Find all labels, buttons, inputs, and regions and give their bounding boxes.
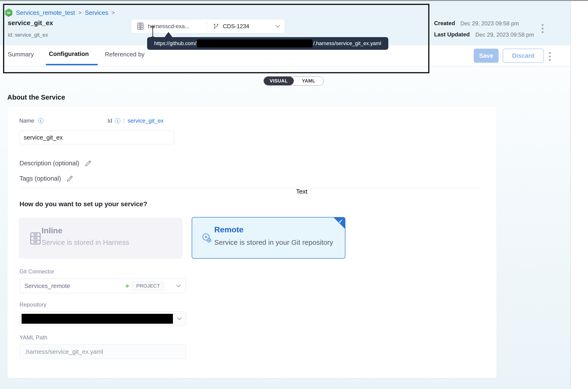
branch-segment[interactable]: CDS-1234 xyxy=(207,19,285,33)
kebab-dot xyxy=(549,56,551,57)
visual-yaml-toggle: VISUAL YAML xyxy=(263,76,324,86)
text-cursor xyxy=(150,26,155,37)
tooltip-url-prefix: https://github.com/ xyxy=(154,40,196,46)
section-title: About the Service xyxy=(7,94,65,101)
toggle-visual[interactable]: VISUAL xyxy=(264,77,294,85)
tags-label: Tags (optional) xyxy=(20,175,61,182)
remote-title: Remote xyxy=(214,225,244,234)
name-input[interactable] xyxy=(19,130,174,144)
repository-select[interactable] xyxy=(20,312,186,326)
kebab-dot xyxy=(542,31,543,33)
inline-card[interactable] xyxy=(19,218,183,259)
tab-summary[interactable]: Summary xyxy=(8,51,34,58)
setup-question: How do you want to set up your service? xyxy=(20,200,147,208)
chevron-down-icon[interactable] xyxy=(276,25,280,28)
save-button[interactable]: Save xyxy=(474,49,499,63)
inline-title: Inline xyxy=(42,226,62,235)
chevron-down-icon[interactable] xyxy=(176,285,181,287)
kebab-dot xyxy=(542,28,543,29)
git-connector-label: Git Connector xyxy=(20,268,54,275)
branch-name: CDS-1234 xyxy=(223,23,249,30)
description-label: Description (optional) xyxy=(20,160,79,167)
kebab-dot xyxy=(549,52,551,54)
screen: ∞ Services_remote_test > Services > serv… xyxy=(0,0,588,389)
tab-referenced-by[interactable]: Referenced by xyxy=(105,51,144,58)
inline-storage-icon xyxy=(30,232,41,245)
breadcrumb-services-link[interactable]: Services xyxy=(85,9,108,16)
service-hexagon-icon: ∞ xyxy=(5,8,13,17)
page-title: service_git_ex xyxy=(8,19,53,27)
id-row: Id i : service_git_ex xyxy=(108,117,164,124)
breadcrumb-separator: > xyxy=(112,9,115,16)
inline-subtitle: Service is stored in Harness xyxy=(42,238,129,246)
id-value-link[interactable]: service_git_ex xyxy=(128,117,164,124)
form-divider xyxy=(21,188,482,188)
git-branch-icon xyxy=(213,23,219,29)
infinity-glyph: ∞ xyxy=(7,10,11,15)
discard-button[interactable]: Discard xyxy=(503,49,544,63)
name-label: Name xyxy=(19,117,34,124)
breadcrumb-separator: > xyxy=(78,9,82,16)
toggle-yaml[interactable]: YAML xyxy=(294,77,324,85)
id-label: Id xyxy=(108,117,112,124)
tab-configuration[interactable]: Configuration xyxy=(49,50,89,58)
created-value: Dec 29, 2023 09:58 pm xyxy=(460,20,519,27)
description-row: Description (optional) xyxy=(20,160,91,167)
repo-segment[interactable]: harnesscd-exa... xyxy=(131,19,207,33)
tooltip-url-suffix: /.harness/service_git_ex.yaml xyxy=(313,40,381,46)
redacted-bar xyxy=(197,39,312,47)
yaml-path-label: YAML Path xyxy=(20,334,47,341)
active-tab-underline xyxy=(46,64,98,65)
remote-card[interactable]: ✓ xyxy=(192,217,345,259)
repository-redacted-value xyxy=(22,314,173,324)
repository-label: Repository xyxy=(20,301,46,308)
breadcrumb: ∞ Services_remote_test > Services > xyxy=(5,8,115,17)
tooltip-arrow xyxy=(164,32,173,37)
pencil-icon[interactable] xyxy=(84,160,91,167)
remote-subtitle: Service is stored in your Git repository xyxy=(214,238,333,246)
stray-text-label: Text xyxy=(296,188,307,195)
kebab-dot xyxy=(549,59,551,61)
id-colon: : xyxy=(123,117,125,124)
created-label: Created xyxy=(434,20,455,27)
git-connector-select[interactable]: Services_remote PROJECT xyxy=(20,279,186,293)
name-info-icon[interactable]: i xyxy=(38,118,43,124)
remote-git-icon xyxy=(201,232,212,243)
page-id: Id: service_git_ex xyxy=(8,32,48,38)
selected-check-icon: ✓ xyxy=(338,218,343,225)
updated-value: Dec 29, 2023 09:58 pm xyxy=(475,32,534,38)
pencil-icon[interactable] xyxy=(66,175,73,182)
repo-storage-icon xyxy=(137,23,144,30)
kebab-dot xyxy=(542,24,543,26)
chevron-down-icon[interactable] xyxy=(177,317,182,320)
project-scope-badge: PROJECT xyxy=(132,281,164,291)
id-info-icon[interactable]: i xyxy=(115,118,120,124)
breadcrumb-project-link[interactable]: Services_remote_test xyxy=(16,9,75,16)
tabbar-kebab-menu[interactable] xyxy=(548,51,552,62)
updated-label: Last Updated xyxy=(434,31,470,38)
yaml-path-input[interactable] xyxy=(20,344,186,359)
name-label-row: Name i xyxy=(19,117,43,124)
url-tooltip: https://github.com/ /.harness/service_gi… xyxy=(147,37,388,50)
header-kebab-menu[interactable] xyxy=(541,23,544,34)
tags-row: Tags (optional) xyxy=(20,175,73,182)
connector-status-dot xyxy=(126,285,129,288)
git-connector-value: Services_remote xyxy=(24,282,70,290)
